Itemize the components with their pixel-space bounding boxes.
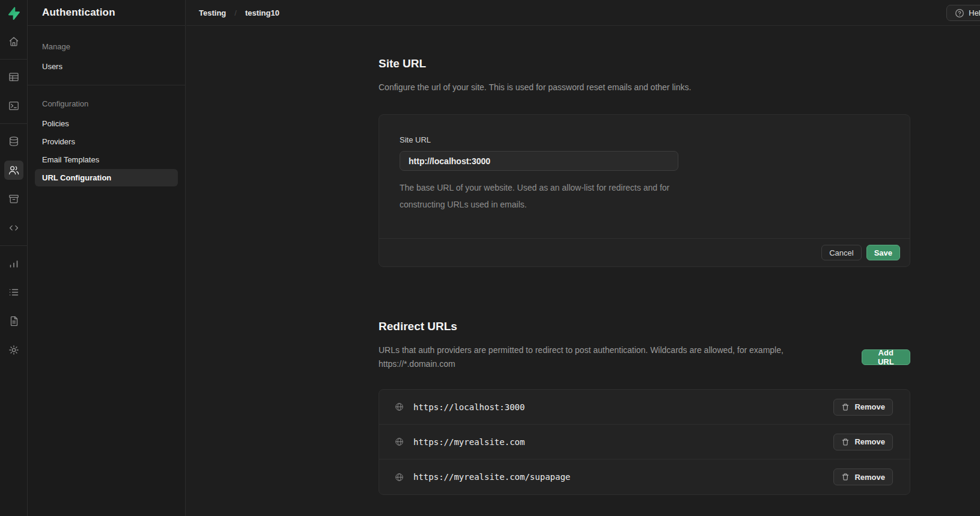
- rail-divider: [0, 123, 28, 124]
- auth-sidebar: Authentication Manage Users Configuratio…: [28, 0, 186, 516]
- main-content: Site URL Configure the url of your site.…: [186, 26, 980, 516]
- remove-label: Remove: [854, 402, 885, 411]
- rail-item-sql-editor[interactable]: [4, 96, 23, 115]
- redirect-url-value: https://myrealsite.com: [413, 437, 525, 447]
- sidebar-divider: [28, 85, 185, 85]
- list-icon: [8, 286, 20, 298]
- rail-item-docs[interactable]: [4, 312, 23, 331]
- site-url-card-footer: Cancel Save: [379, 238, 910, 266]
- page-title: Authentication: [28, 0, 185, 26]
- redirect-url-value: https://myrealsite.com/supapage: [413, 472, 570, 482]
- sidebar-heading-manage: Manage: [35, 39, 178, 54]
- rail-item-authentication[interactable]: [4, 161, 23, 180]
- trash-icon: [841, 438, 850, 446]
- users-icon: [8, 164, 20, 176]
- help-circle-icon: [955, 8, 964, 18]
- globe-icon: [394, 402, 404, 412]
- redirect-url-value: https://localhost:3000: [413, 402, 525, 412]
- site-url-card: Site URL The base URL of your website. U…: [379, 114, 910, 267]
- remove-label: Remove: [854, 437, 885, 446]
- globe-icon: [394, 472, 404, 482]
- site-url-field-label: Site URL: [400, 135, 889, 144]
- redirect-url-list: https://localhost:3000 Remove: [379, 389, 910, 495]
- home-icon: [8, 35, 20, 48]
- gear-icon: [8, 344, 20, 356]
- file-icon: [8, 315, 20, 327]
- rail-item-storage[interactable]: [4, 189, 23, 209]
- breadcrumb-project[interactable]: testing10: [245, 8, 279, 17]
- sidebar-item-url-configuration[interactable]: URL Configuration: [35, 169, 178, 186]
- site-url-input[interactable]: [400, 151, 678, 171]
- breadcrumb-separator: /: [234, 8, 237, 17]
- sidebar-heading-configuration: Configuration: [35, 96, 178, 111]
- globe-icon: [394, 437, 404, 447]
- topbar: Testing / testing10 Help: [186, 0, 980, 26]
- rail-item-database[interactable]: [4, 132, 23, 151]
- table-editor-icon: [8, 71, 20, 83]
- redirect-url-row: https://localhost:3000 Remove: [379, 390, 910, 425]
- remove-url-button[interactable]: Remove: [833, 468, 893, 485]
- sql-editor-icon: [8, 100, 20, 112]
- icon-rail: [0, 0, 28, 516]
- remove-label: Remove: [854, 473, 885, 482]
- rail-item-reports[interactable]: [4, 254, 23, 273]
- site-url-description: Configure the url of your site. This is …: [379, 81, 910, 94]
- help-button[interactable]: Help: [946, 5, 980, 21]
- rail-item-logs[interactable]: [4, 283, 23, 302]
- rail-divider: [0, 245, 28, 246]
- rail-divider: [0, 59, 28, 60]
- rail-item-table-editor[interactable]: [4, 67, 23, 87]
- sidebar-item-providers[interactable]: Providers: [35, 133, 178, 150]
- trash-icon: [841, 473, 850, 481]
- redirect-url-row: https://myrealsite.com/supapage Remove: [379, 459, 910, 494]
- redirect-urls-description: URLs that auth providers are permitted t…: [379, 343, 862, 371]
- bar-chart-icon: [8, 257, 20, 269]
- supabase-logo[interactable]: [0, 0, 28, 27]
- sidebar-item-users[interactable]: Users: [35, 58, 178, 75]
- rail-item-code[interactable]: [4, 218, 23, 238]
- save-button[interactable]: Save: [866, 245, 900, 260]
- redirect-urls-title: Redirect URLs: [379, 320, 910, 333]
- code-icon: [8, 222, 20, 234]
- remove-url-button[interactable]: Remove: [833, 434, 893, 450]
- database-icon: [8, 135, 20, 147]
- help-label: Help: [969, 8, 980, 17]
- sidebar-item-policies[interactable]: Policies: [35, 115, 178, 132]
- trash-icon: [841, 403, 850, 411]
- breadcrumb-org[interactable]: Testing: [199, 8, 226, 17]
- site-url-section: Site URL Configure the url of your site.…: [379, 57, 910, 267]
- redirect-url-row: https://myrealsite.com Remove: [379, 425, 910, 459]
- redirect-urls-section: Redirect URLs URLs that auth providers a…: [379, 320, 910, 516]
- rail-item-settings[interactable]: [4, 340, 23, 360]
- sidebar-item-email-templates[interactable]: Email Templates: [35, 151, 178, 168]
- supabase-bolt-icon: [7, 7, 20, 20]
- storage-icon: [8, 193, 20, 205]
- cancel-button[interactable]: Cancel: [821, 245, 861, 260]
- add-url-button[interactable]: Add URL: [862, 349, 910, 365]
- site-url-field-help: The base URL of your website. Used as an…: [400, 179, 703, 213]
- remove-url-button[interactable]: Remove: [833, 399, 893, 416]
- site-url-title: Site URL: [379, 57, 910, 70]
- rail-item-home[interactable]: [4, 32, 23, 51]
